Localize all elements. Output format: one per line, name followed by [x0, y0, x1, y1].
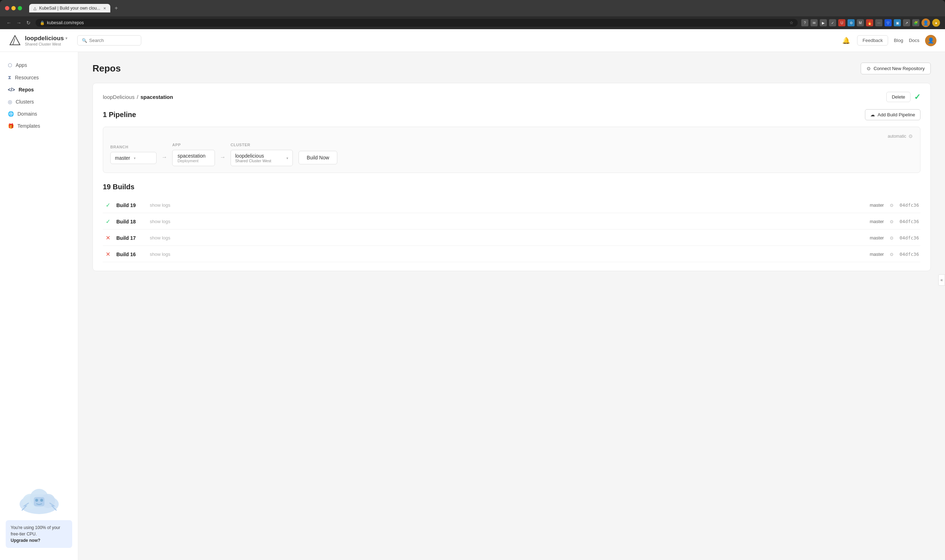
repo-actions: Delete ✓	[886, 92, 920, 102]
branch-column: BRANCH master ▾	[110, 145, 157, 164]
app-col-label: APP	[172, 143, 215, 147]
cluster-select[interactable]: loopdelicious Shared Cluster West ▾	[231, 150, 293, 166]
build-commit: 04dfc36	[899, 219, 919, 224]
sidebar-item-domains[interactable]: 🌐 Domains	[0, 108, 78, 120]
commit-icon: ⊙	[890, 203, 893, 208]
show-logs-link[interactable]: show logs	[150, 235, 171, 240]
repo-separator: /	[137, 94, 138, 100]
connect-repo-button[interactable]: ⊙ Connect New Repository	[861, 63, 931, 74]
pipeline-container: automatic ⚙ BRANCH master ▾	[103, 127, 920, 173]
builds-section-title: 19 Builds	[103, 183, 134, 191]
kubesail-logo	[9, 34, 22, 47]
sidebar-item-apps[interactable]: ⬡ Apps	[0, 59, 78, 71]
main-layout: ⬡ Apps ⧗ Resources </> Repos ◎ Clusters …	[0, 52, 945, 560]
ext-icon-1[interactable]: ?	[801, 19, 808, 26]
sidebar-item-templates[interactable]: 🎁 Templates	[0, 120, 78, 132]
close-traffic-light[interactable]	[5, 6, 9, 10]
tab-bar: △ KubeSail | Build your own clou... ✕ +	[29, 3, 121, 13]
bell-icon[interactable]: 🔔	[841, 35, 851, 46]
build-branch: master	[870, 202, 884, 208]
app-sub: Deployment	[177, 158, 209, 163]
show-logs-link[interactable]: show logs	[150, 202, 171, 208]
browser-extensions: ? ✉ ▶ ✓ U ⚙ M 🔥 ··· ▽ ▣ ↗ 🧩 👤 ●	[801, 18, 940, 27]
table-row: ✓ Build 19 show logs master ⊙ 04dfc36	[103, 197, 920, 213]
address-bar: ← → ↻ 🔒 kubesail.com/repos ☆ ? ✉ ▶ ✓ U ⚙…	[0, 16, 945, 29]
forward-button[interactable]: →	[15, 19, 23, 26]
gear-icon[interactable]: ⚙	[908, 134, 913, 139]
repos-icon: </>	[8, 87, 15, 92]
ext-icon-2[interactable]: ✉	[811, 19, 817, 26]
svg-marker-0	[10, 35, 20, 45]
apps-icon: ⬡	[8, 62, 12, 68]
app-column: APP spacestation Deployment	[172, 143, 215, 166]
ext-icon-8[interactable]: 🔥	[866, 19, 873, 26]
ext-icon-10[interactable]: ▽	[885, 19, 892, 26]
cluster-info: loopdelicious Shared Cluster West	[235, 153, 283, 163]
cluster-col-label: CLUSTER	[231, 143, 293, 147]
build-commit: 04dfc36	[899, 252, 919, 257]
builds-section-header: 19 Builds	[103, 183, 920, 191]
branch-arrow-icon: →	[162, 154, 167, 160]
url-bar[interactable]: 🔒 kubesail.com/repos ☆	[35, 19, 798, 27]
ext-icon-12[interactable]: ↗	[903, 19, 910, 26]
build-branch: master	[870, 252, 884, 257]
repo-owner: loopDelicious	[103, 94, 134, 100]
nav-buttons: ← → ↻	[5, 19, 32, 26]
sidebar-item-repos[interactable]: </> Repos	[0, 84, 78, 96]
refresh-button[interactable]: ↻	[25, 19, 32, 26]
tab-close-button[interactable]: ✕	[103, 6, 106, 10]
ext-icon-5[interactable]: U	[838, 19, 845, 26]
back-button[interactable]: ←	[5, 19, 13, 26]
blog-link[interactable]: Blog	[894, 38, 903, 43]
ext-icon-9[interactable]: ···	[875, 19, 882, 26]
upgrade-link[interactable]: Upgrade now?	[11, 538, 40, 543]
show-logs-link[interactable]: show logs	[150, 219, 171, 224]
docs-link[interactable]: Docs	[909, 38, 919, 43]
build-commit: 04dfc36	[899, 202, 919, 208]
show-logs-link[interactable]: show logs	[150, 252, 171, 257]
builds-list: ✓ Build 19 show logs master ⊙ 04dfc36 ✓ …	[103, 197, 920, 262]
search-input[interactable]	[89, 38, 137, 43]
build-id: Build 16	[116, 252, 145, 257]
repo-header: loopDelicious / spacestation Delete ✓	[103, 92, 920, 102]
page-header: Repos ⊙ Connect New Repository	[92, 63, 931, 74]
delete-button[interactable]: Delete	[886, 92, 911, 102]
profile-avatar[interactable]: 👤	[922, 18, 930, 27]
browser-window: △ KubeSail | Build your own clou... ✕ + …	[0, 0, 945, 560]
build-status-fail-icon: ✕	[104, 234, 111, 241]
upload-icon: ☁	[870, 112, 875, 117]
ext-icon-4[interactable]: ✓	[829, 19, 836, 26]
sidebar-collapse-button[interactable]: «	[938, 274, 945, 286]
traffic-lights	[5, 6, 22, 10]
build-now-button[interactable]: Build Now	[299, 151, 337, 165]
ext-icon-6[interactable]: ⚙	[848, 19, 855, 26]
sidebar-item-clusters[interactable]: ◎ Clusters	[0, 96, 78, 108]
ext-icon-11[interactable]: ▣	[894, 19, 901, 26]
minimize-traffic-light[interactable]	[11, 6, 15, 10]
maximize-traffic-light[interactable]	[18, 6, 22, 10]
logo-area[interactable]: loopdelicious ▾ Shared Cluster West	[9, 34, 67, 47]
browser-tab[interactable]: △ KubeSail | Build your own clou... ✕	[29, 4, 110, 12]
cloud-illustration-wrap	[6, 485, 72, 517]
feedback-button[interactable]: Feedback	[857, 35, 888, 46]
ext-icon-3[interactable]: ▶	[820, 19, 827, 26]
search-bar[interactable]: 🔍	[77, 35, 141, 46]
cluster-chevron-icon: ▾	[286, 156, 288, 160]
page-content: Repos ⊙ Connect New Repository loopDelic…	[78, 52, 945, 560]
user-avatar[interactable]: 👤	[925, 35, 936, 46]
ext-icon-13[interactable]: 🧩	[912, 19, 919, 26]
add-pipeline-button[interactable]: ☁ Add Build Pipeline	[865, 109, 920, 120]
clusters-icon: ◎	[8, 99, 12, 105]
app-box: spacestation Deployment	[172, 150, 215, 166]
brand-sub: Shared Cluster West	[25, 42, 67, 46]
build-status-success-icon: ✓	[104, 218, 111, 225]
sidebar-item-resources[interactable]: ⧗ Resources	[0, 71, 78, 84]
bookmark-icon[interactable]: ☆	[790, 20, 793, 25]
build-status-success-icon: ✓	[104, 202, 111, 208]
ext-icon-7[interactable]: M	[857, 19, 864, 26]
gold-icon[interactable]: ●	[932, 19, 940, 27]
build-commit: 04dfc36	[899, 235, 919, 240]
cluster-column: CLUSTER loopdelicious Shared Cluster Wes…	[231, 143, 293, 166]
branch-select[interactable]: master ▾	[110, 152, 157, 164]
new-tab-button[interactable]: +	[112, 3, 121, 13]
